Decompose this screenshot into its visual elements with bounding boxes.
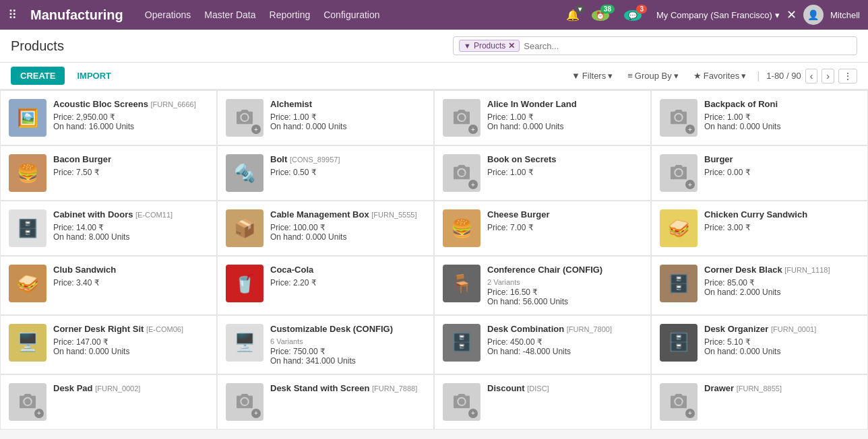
product-image-placeholder: + [443, 383, 480, 421]
filter-icon: ▼ [571, 71, 580, 81]
product-card[interactable]: + Book on Secrets Price: 1.00 ₹ [434, 145, 651, 201]
product-card[interactable]: + Alice In Wonder Land Price: 1.00 ₹ On … [434, 90, 651, 145]
product-card[interactable]: 🥤 Coca-Cola Price: 2.20 ₹ [217, 256, 434, 315]
product-card[interactable]: 🗄️ Corner Desk Black [FURN_1118] Price: … [651, 256, 868, 315]
product-info: Corner Desk Black [FURN_1118] Price: 85.… [704, 265, 859, 297]
product-name: Club Sandwich [53, 265, 208, 276]
product-image: 🗄️ [9, 209, 46, 247]
favorites-label: Favorites [704, 71, 739, 81]
product-name: Desk Organizer [FURN_0001] [704, 324, 859, 335]
close-button[interactable]: ✕ [786, 7, 797, 22]
company-selector[interactable]: My Company (San Francisco) ▾ [656, 10, 780, 20]
activity-count: 38 [600, 5, 615, 13]
search-tag[interactable]: ▼ Products ✕ [459, 40, 520, 52]
filters-label: Filters [582, 71, 606, 81]
product-card[interactable]: 🥪 Club Sandwich Price: 3.40 ₹ [0, 256, 217, 315]
product-price: Price: 100.00 ₹ [270, 223, 425, 232]
favorites-button[interactable]: ★ Favorites ▾ [689, 68, 750, 83]
product-name: Acoustic Bloc Screens [FURN_6666] [53, 99, 208, 110]
notifications-button[interactable]: 🔔 ▾ [566, 9, 580, 22]
product-info: Backpack of Roni Price: 1.00 ₹ On hand: … [704, 99, 859, 131]
product-price: Price: 2.20 ₹ [270, 278, 425, 288]
product-card[interactable]: + Desk Stand with Screen [FURN_7888] [217, 374, 434, 430]
user-avatar[interactable]: 👤 [803, 5, 824, 25]
product-card[interactable]: + Backpack of Roni Price: 1.00 ₹ On hand… [651, 90, 868, 145]
product-stock: On hand: 8.000 Units [53, 232, 208, 242]
product-card[interactable]: 🗄️ Cabinet with Doors [E-COM11] Price: 1… [0, 201, 217, 256]
product-card[interactable]: 🍔 Bacon Burger Price: 7.50 ₹ [0, 145, 217, 201]
product-card[interactable]: 🍔 Cheese Burger Price: 7.00 ₹ [434, 201, 651, 256]
import-button[interactable]: IMPORT [70, 67, 118, 85]
product-stock: On hand: 0.000 Units [487, 122, 642, 131]
product-info: Chicken Curry Sandwich Price: 3.00 ₹ [704, 209, 859, 232]
product-info: Bacon Burger Price: 7.50 ₹ [53, 154, 208, 177]
product-variants: 2 Variants [487, 278, 642, 286]
remove-tag-button[interactable]: ✕ [508, 41, 515, 50]
prev-page-button[interactable]: ‹ [805, 69, 818, 83]
product-variants: 6 Variants [270, 337, 425, 345]
apps-icon[interactable]: ⠿ [8, 7, 17, 22]
nav-operations[interactable]: Operations [145, 7, 191, 23]
product-info: Cable Management Box [FURN_5555] Price: … [270, 209, 425, 242]
product-stock: On hand: 56.000 Units [487, 297, 642, 306]
product-card[interactable]: 🗄️ Desk Organizer [FURN_0001] Price: 5.1… [651, 315, 868, 374]
product-card[interactable]: + Desk Pad [FURN_0002] [0, 374, 217, 430]
product-card[interactable]: 🖼️ Acoustic Bloc Screens [FURN_6666] Pri… [0, 90, 217, 145]
product-info: Book on Secrets Price: 1.00 ₹ [487, 154, 642, 177]
next-page-button[interactable]: › [822, 69, 834, 83]
product-name: Discount [DISC] [487, 383, 642, 395]
nav-links: Operations Master Data Reporting Configu… [145, 7, 555, 23]
product-card[interactable]: + Drawer [FURN_8855] [651, 374, 868, 430]
product-image-placeholder: + [226, 383, 264, 421]
product-image: 🗄️ [660, 324, 698, 362]
product-card[interactable]: 🔩 Bolt [CONS_89957] Price: 0.50 ₹ [217, 145, 434, 201]
product-image: 🗄️ [443, 324, 480, 362]
product-image: 🍔 [443, 209, 480, 247]
sub-header: Products ▼ Products ✕ [0, 30, 868, 63]
top-navigation: ⠿ Manufacturing Operations Master Data R… [0, 0, 868, 30]
product-card[interactable]: 🖥️ Customizable Desk (CONFIG) 6 Variants… [217, 315, 434, 374]
product-info: Alice In Wonder Land Price: 1.00 ₹ On ha… [487, 99, 642, 131]
product-image: 🍔 [9, 154, 46, 192]
product-info: Customizable Desk (CONFIG) 6 Variants Pr… [270, 324, 425, 366]
product-image: 🖼️ [9, 99, 46, 137]
product-stock: On hand: 341.000 Units [270, 356, 425, 366]
search-input[interactable] [524, 41, 851, 51]
nav-master-data[interactable]: Master Data [204, 7, 255, 23]
product-price: Price: 85.00 ₹ [704, 278, 859, 288]
user-name[interactable]: Mitchell [830, 10, 860, 20]
message-count: 3 [636, 5, 647, 13]
more-options-button[interactable]: ⋮ [838, 69, 857, 83]
product-price: Price: 1.00 ₹ [270, 112, 425, 122]
create-button[interactable]: CREATE [11, 67, 65, 85]
nav-reporting[interactable]: Reporting [270, 7, 311, 23]
product-name: Bacon Burger [53, 154, 208, 166]
groupby-button[interactable]: ≡ Group By ▾ [623, 68, 683, 83]
product-card[interactable]: 📦 Cable Management Box [FURN_5555] Price… [217, 201, 434, 256]
product-info: Conference Chair (CONFIG) 2 Variants Pri… [487, 265, 642, 306]
product-card[interactable]: 🥪 Chicken Curry Sandwich Price: 3.00 ₹ [651, 201, 868, 256]
product-info: Desk Pad [FURN_0002] [53, 383, 208, 397]
product-image: 🪑 [443, 265, 480, 302]
product-card[interactable]: 🗄️ Desk Combination [FURN_7800] Price: 4… [434, 315, 651, 374]
groupby-chevron: ▾ [674, 71, 679, 81]
product-card[interactable]: 🪑 Conference Chair (CONFIG) 2 Variants P… [434, 256, 651, 315]
product-price: Price: 3.00 ₹ [704, 223, 859, 232]
product-name: Desk Stand with Screen [FURN_7888] [270, 383, 425, 395]
product-card[interactable]: 🖥️ Corner Desk Right Sit [E-COM06] Price… [0, 315, 217, 374]
nav-configuration[interactable]: Configuration [323, 7, 379, 23]
product-name: Book on Secrets [487, 154, 642, 166]
product-price: Price: 7.00 ₹ [487, 223, 642, 232]
product-card[interactable]: + Burger Price: 0.00 ₹ [651, 145, 868, 201]
messages-button[interactable]: 💬 3 [624, 9, 642, 21]
product-price: Price: 2,950.00 ₹ [53, 112, 208, 122]
product-price: Price: 1.00 ₹ [487, 168, 642, 177]
product-name: Corner Desk Right Sit [E-COM06] [53, 324, 208, 335]
product-image: 🥪 [660, 209, 698, 247]
product-card[interactable]: + Discount [DISC] [434, 374, 651, 430]
product-info: Alchemist Price: 1.00 ₹ On hand: 0.000 U… [270, 99, 425, 131]
product-card[interactable]: + Alchemist Price: 1.00 ₹ On hand: 0.000… [217, 90, 434, 145]
activity-button[interactable]: ⏰ 38 [592, 9, 609, 21]
products-grid: 🖼️ Acoustic Bloc Screens [FURN_6666] Pri… [0, 90, 868, 430]
filters-button[interactable]: ▼ Filters ▾ [567, 68, 617, 83]
